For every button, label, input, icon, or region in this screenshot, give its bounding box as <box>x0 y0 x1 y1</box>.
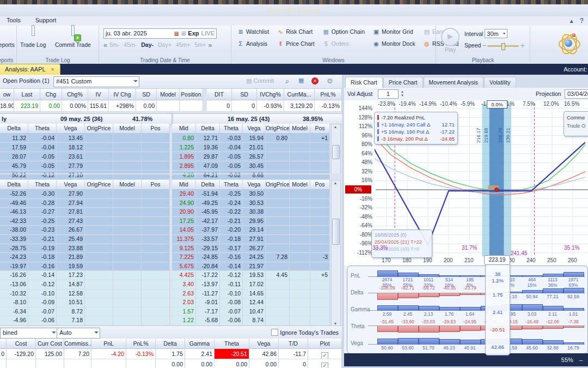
trading-date-field[interactable]: ju. 03 abr. 2025 ▦ ⊞ Exp LIVE <box>103 28 217 39</box>
column-header[interactable]: OrigPrice <box>85 180 113 190</box>
view-mode-select[interactable]: bined <box>0 328 58 339</box>
column-header[interactable]: Model <box>157 89 180 100</box>
column-header[interactable]: Plot <box>308 339 342 349</box>
column-header[interactable]: Delta <box>0 180 28 190</box>
window-button-monitor-dock[interactable]: ◉Monitor Dock <box>372 40 415 51</box>
column-header[interactable]: T/D <box>279 339 308 349</box>
settings-gear-icon[interactable]: ⚙ <box>327 77 333 85</box>
column-header[interactable]: Theta <box>220 124 243 134</box>
window-button-risk-chart[interactable]: ∿Risk Chart <box>277 28 315 39</box>
nav-forward-icon[interactable]: » <box>208 41 212 49</box>
column-header[interactable]: Vega <box>57 180 85 190</box>
collapse-ribbon-icon[interactable]: ▲ <box>569 18 574 24</box>
calendar-icon[interactable]: ▦ <box>174 31 179 37</box>
column-header[interactable]: Last <box>14 89 40 100</box>
column-header[interactable]: Pos <box>310 180 330 190</box>
column-header[interactable]: Theta <box>220 180 243 190</box>
column-header[interactable]: Delta <box>196 180 220 190</box>
column-header[interactable]: Model <box>290 124 310 134</box>
window-button-watchlist[interactable]: ≣Watchlist <box>237 28 269 39</box>
column-header[interactable]: PnL% <box>315 89 342 100</box>
column-header[interactable]: Theta <box>215 339 249 349</box>
column-header[interactable] <box>0 339 7 349</box>
column-header[interactable]: Delta <box>0 124 28 134</box>
interval-select[interactable]: 30m ▼ <box>485 29 507 38</box>
column-header[interactable]: Pos <box>310 124 330 134</box>
vol-adjust-stepper[interactable]: 1 ▲▼ <box>378 89 399 99</box>
column-header[interactable]: IV <box>88 89 109 100</box>
commit-trade-button[interactable]: + Commit Trade <box>52 26 94 48</box>
reports-button[interactable]: Reports <box>0 26 18 48</box>
column-header[interactable]: PnL <box>91 339 126 349</box>
help-icon[interactable]: ? <box>580 17 584 25</box>
nav-5m-[interactable]: 5m- <box>109 41 119 48</box>
ignore-trades-checkbox[interactable] <box>271 329 278 336</box>
risk-chart[interactable]: 216.17219.68226.70230.21144%128%112%96%8… <box>344 100 588 266</box>
zoom-out-control[interactable]: – <box>579 357 583 363</box>
expiry-section-2[interactable]: 16 may. 25 (43) 38.95% <box>173 113 343 125</box>
menu-support[interactable]: Support <box>29 16 63 23</box>
nav-45m+[interactable]: 45m+ <box>176 41 191 48</box>
column-header[interactable]: IVChg% <box>257 89 284 100</box>
window-button-price-chart[interactable]: ‖Price Chart <box>277 40 315 51</box>
window-button-option-chain[interactable]: ▦Option Chain <box>322 28 365 39</box>
nav-5m+[interactable]: 5m+ <box>194 41 206 48</box>
scrollbar-1[interactable]: ▲ <box>331 124 341 174</box>
trade-log-button[interactable]: Trade Log <box>17 26 49 48</box>
scrollbar-2[interactable]: ▲▼ <box>331 180 341 327</box>
column-header[interactable]: Curr Cost <box>36 339 64 349</box>
column-header[interactable]: ow <box>0 89 14 100</box>
menu-tools[interactable]: Tools <box>0 16 27 23</box>
column-header[interactable]: PnL% <box>126 339 156 349</box>
column-header[interactable]: Model <box>290 180 310 190</box>
nav-Day+[interactable]: Day+ <box>158 41 171 48</box>
close-position-icon[interactable]: × <box>311 77 318 85</box>
column-header[interactable]: SD <box>136 89 157 100</box>
tab-movement-analysis[interactable]: Movement Analysis <box>424 77 483 88</box>
column-header[interactable]: Pos <box>142 124 170 134</box>
column-header[interactable]: Theta <box>28 124 57 134</box>
time-grid-icon[interactable]: ⊞ <box>181 31 186 37</box>
column-header[interactable]: Theta <box>28 180 57 190</box>
ignore-trades-option[interactable]: Ignore Today's Trades <box>271 329 339 336</box>
nav-back-icon[interactable]: « <box>103 41 107 49</box>
tab-risk-chart[interactable]: Risk Chart <box>345 77 383 88</box>
column-header[interactable]: Model <box>113 180 142 190</box>
column-header[interactable]: Vega <box>249 339 279 349</box>
column-header[interactable]: Mid <box>172 124 196 134</box>
column-header[interactable]: Pos <box>142 180 170 190</box>
tab-close-icon[interactable]: × <box>51 66 54 73</box>
expiry-section-1[interactable]: ly 09 may. 25 (36) 41.78% <box>0 113 172 125</box>
tab-analysis-aapl[interactable]: Analysis: AAPL× <box>0 64 60 75</box>
column-header[interactable]: CurrMa... <box>284 89 315 100</box>
projection-date-field[interactable]: 03/04/2025 <box>565 89 588 99</box>
column-header[interactable]: Gamma <box>185 339 215 349</box>
nav-Day-[interactable]: Day- <box>141 41 154 48</box>
window-button-analysis[interactable]: ΣAnalysis <box>237 40 269 51</box>
export-sheet-icon[interactable]: ▦ <box>298 77 304 84</box>
column-header[interactable]: SD <box>232 89 257 100</box>
column-header[interactable]: Position <box>180 89 203 100</box>
column-header[interactable]: Commiss... <box>64 339 91 349</box>
column-header[interactable]: Model <box>113 124 142 134</box>
auto-select[interactable]: Auto <box>57 328 100 339</box>
column-header[interactable]: Chg% <box>62 89 88 100</box>
column-header[interactable]: Delta <box>156 339 185 349</box>
column-header[interactable]: Vega <box>57 124 85 134</box>
speed-slider[interactable] <box>487 45 519 47</box>
strategy-select[interactable]: #451 Custom <box>53 76 139 87</box>
column-header[interactable]: Cost <box>7 339 36 349</box>
tab-volatility[interactable]: Volatility <box>484 77 516 88</box>
nav-45m-[interactable]: 45m- <box>124 41 137 48</box>
column-header[interactable]: OrigPrice <box>85 124 113 134</box>
column-header[interactable]: DIT <box>207 89 232 100</box>
column-header[interactable]: IV Chg <box>109 89 136 100</box>
window-button-monitor-grid[interactable]: ▣Monitor Grid <box>372 28 415 39</box>
column-header[interactable]: OrigPrice <box>266 124 290 134</box>
tab-price-chart[interactable]: Price Chart <box>383 77 423 88</box>
play-button[interactable]: ▶ <box>441 28 460 46</box>
zoom-search-icon[interactable]: ⌕ <box>285 77 289 86</box>
column-header[interactable]: Delta <box>196 124 220 134</box>
splitter-handle[interactable]: ∙∙∙∙ <box>0 175 342 178</box>
column-header[interactable]: Chg <box>40 89 62 100</box>
